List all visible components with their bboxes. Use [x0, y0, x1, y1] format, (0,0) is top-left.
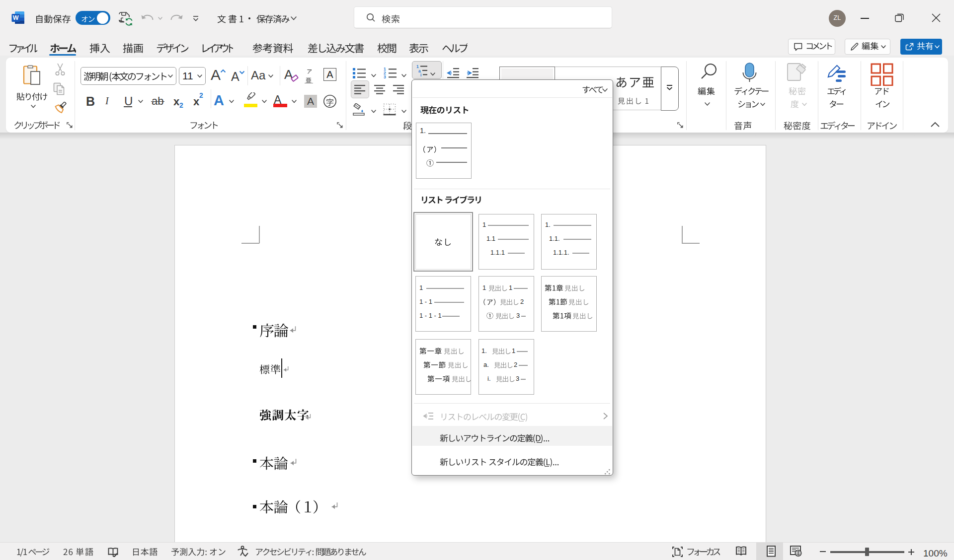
svg-text:i: i	[420, 72, 421, 76]
svg-text:3: 3	[384, 74, 386, 79]
svg-text:W: W	[13, 14, 19, 21]
